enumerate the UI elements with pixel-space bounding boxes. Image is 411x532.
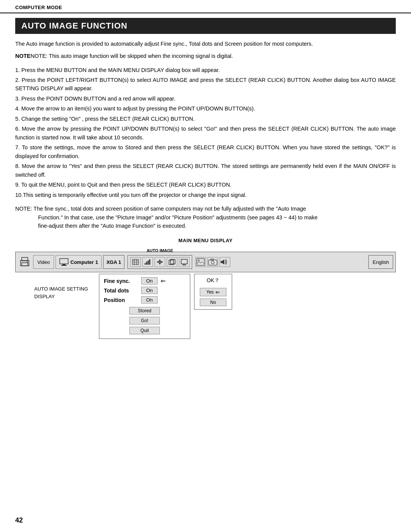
bars-icon[interactable] [142,257,153,267]
svg-point-32 [211,261,214,264]
svg-rect-5 [62,264,65,265]
auto-image-icons [127,255,192,269]
svg-rect-11 [132,259,139,265]
svg-rect-14 [148,260,149,265]
position-row: Position On [104,296,185,304]
diagram-area: MAIN MENU DISPLAY Video [15,238,396,339]
step-4: 4. Move the arrow to an item(s) you want… [15,104,396,113]
copy-icon[interactable] [167,257,177,267]
yes-arrow: ⇐ [215,289,220,295]
svg-rect-13 [146,262,147,265]
step-7: 7. To store the settings, move the arrow… [15,143,396,160]
svg-marker-19 [159,263,161,265]
step-3: 3. Press the POINT DOWN BUTTON and a red… [15,94,396,103]
panels-col: Fine sync. On ⇐ Total dots On [99,274,232,339]
svg-rect-2 [22,263,28,266]
position-label: Position [104,297,138,303]
camera-icon[interactable] [207,257,218,267]
content-area: The Auto image function is provided to a… [0,40,411,230]
diagram-row: AUTO IMAGE SETTINGDISPLAY Fine sync. On … [15,274,396,339]
svg-rect-34 [221,261,222,264]
yes-button[interactable]: Yes ⇐ [200,288,226,296]
svg-rect-15 [149,259,150,265]
auto-image-setting-label: AUTO IMAGE SETTINGDISPLAY [34,285,99,300]
note-paragraph: NOTENOTE: This auto image function will … [15,52,396,61]
footer-page-number: 42 [15,516,23,524]
menu-wrapper: Video Computer 1 XGA 1 [15,252,396,339]
action-buttons: Stored Go! Quit [104,306,185,335]
fine-sync-arrow: ⇐ [161,277,166,284]
svg-point-29 [198,260,199,261]
auto-image-section: AUTO IMAGE [127,255,192,269]
total-dots-row: Total dots On [104,287,185,294]
stored-button[interactable]: Stored [129,307,160,315]
svg-marker-18 [159,259,161,261]
menu-bar: Video Computer 1 XGA 1 [15,252,396,272]
xga-selector[interactable]: XGA 1 [103,255,125,269]
svg-rect-12 [145,263,146,265]
step-8: 8. Move the arrow to "Yes" and then pres… [15,162,396,179]
screen-icon[interactable] [179,257,190,267]
position-value: On [141,296,158,304]
go-button[interactable]: Go! [129,317,160,324]
page-container: COMPUTER MODE AUTO IMAGE FUNCTION The Au… [0,0,411,532]
speaker-icon[interactable] [220,257,230,267]
svg-rect-4 [60,259,68,264]
section-label: COMPUTER MODE [15,5,62,10]
svg-rect-30 [209,260,217,265]
fine-sync-label: Fine sync. [104,278,138,284]
fine-sync-row: Fine sync. On ⇐ [104,277,185,284]
arrows-icon[interactable] [155,257,165,267]
image-icon[interactable] [195,257,206,267]
tab-video[interactable]: Video [33,255,54,269]
grid-icon[interactable] [130,257,141,267]
page-title: AUTO IMAGE FUNCTION [15,18,396,34]
auto-image-setting-label-col: AUTO IMAGE SETTINGDISPLAY [15,274,99,300]
ok-label: OK？ [207,277,220,284]
header-section: COMPUTER MODE [0,0,411,13]
fine-sync-value: On [141,277,158,284]
step-5: 5. Change the setting "On" , press the S… [15,115,396,123]
bottom-note: NOTE: The fine sync., total dots and scr… [15,204,396,230]
step-10: 10.This setting is temporarily effective… [15,191,396,199]
english-button[interactable]: English [368,255,393,269]
svg-marker-21 [161,261,163,263]
step-1: 1. Press the MENU BUTTON and the MAIN ME… [15,66,396,74]
steps-list: 1. Press the MENU BUTTON and the MAIN ME… [15,66,396,200]
ok-panel: OK？ Yes ⇐ No [194,274,232,310]
no-button[interactable]: No [200,299,226,306]
step-2: 2. Press the POINT LEFT/RIGHT BUTTON(s) … [15,76,396,93]
svg-marker-20 [157,261,159,263]
printer-icon [18,255,32,269]
quit-button[interactable]: Quit [129,327,160,334]
svg-marker-33 [222,260,225,265]
step-6: 6. Move the arrow by pressing the POINT … [15,125,396,142]
main-menu-label: MAIN MENU DISPLAY [15,238,396,243]
settings-panel: Fine sync. On ⇐ Total dots On [99,274,190,339]
note-bold: NOTE [15,53,30,59]
auto-image-top-label: AUTO IMAGE [147,248,173,253]
step-9: 9. To quit the MENU, point to Quit and t… [15,181,396,189]
tab-computer[interactable]: Computer 1 [56,255,102,269]
svg-rect-28 [197,259,204,265]
svg-rect-24 [181,259,187,264]
total-dots-value: On [141,287,158,294]
svg-point-3 [27,262,28,263]
total-dots-label: Total dots [104,288,138,294]
intro-paragraph: The Auto image function is provided to a… [15,40,396,48]
svg-rect-6 [61,265,67,266]
